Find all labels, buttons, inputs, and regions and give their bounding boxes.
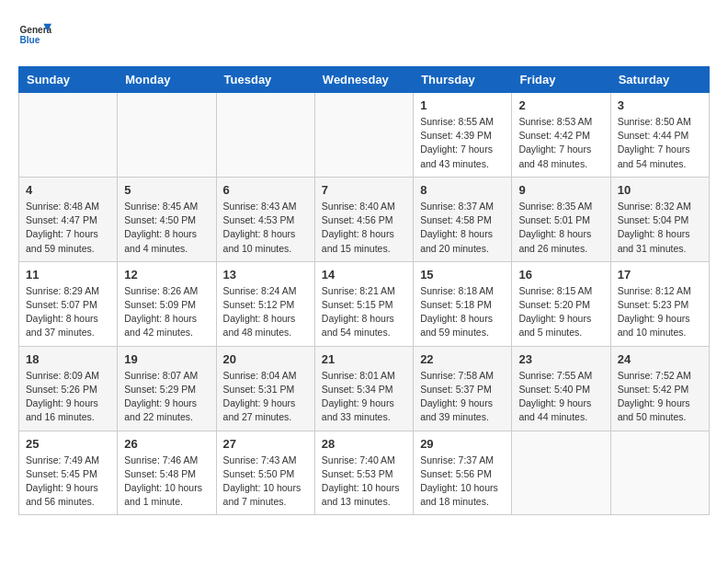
col-header-wednesday: Wednesday: [314, 67, 413, 93]
calendar-cell: 29Sunrise: 7:37 AM Sunset: 5:56 PM Dayli…: [414, 431, 512, 515]
calendar-cell: 17Sunrise: 8:12 AM Sunset: 5:23 PM Dayli…: [610, 261, 709, 346]
calendar-table: SundayMondayTuesdayWednesdayThursdayFrid…: [18, 66, 710, 515]
day-number: 4: [26, 183, 110, 197]
calendar-cell: [512, 431, 610, 515]
day-number: 13: [223, 268, 308, 282]
day-info: Sunrise: 8:35 AM Sunset: 5:01 PM Dayligh…: [518, 200, 603, 256]
day-number: 8: [420, 183, 505, 197]
col-header-sunday: Sunday: [19, 67, 118, 93]
day-number: 28: [322, 437, 406, 451]
day-info: Sunrise: 8:55 AM Sunset: 4:39 PM Dayligh…: [420, 115, 505, 171]
day-info: Sunrise: 8:48 AM Sunset: 4:47 PM Dayligh…: [26, 200, 110, 256]
day-number: 18: [26, 352, 110, 366]
calendar-cell: 20Sunrise: 8:04 AM Sunset: 5:31 PM Dayli…: [216, 346, 314, 431]
calendar-cell: [19, 93, 118, 178]
calendar-cell: [610, 431, 709, 515]
calendar-cell: [216, 93, 314, 178]
day-info: Sunrise: 8:15 AM Sunset: 5:20 PM Dayligh…: [518, 284, 603, 340]
day-info: Sunrise: 8:45 AM Sunset: 4:50 PM Dayligh…: [124, 200, 209, 256]
col-header-friday: Friday: [512, 67, 610, 93]
day-info: Sunrise: 8:18 AM Sunset: 5:18 PM Dayligh…: [420, 284, 505, 340]
calendar-cell: 21Sunrise: 8:01 AM Sunset: 5:34 PM Dayli…: [314, 346, 413, 431]
day-info: Sunrise: 8:12 AM Sunset: 5:23 PM Dayligh…: [618, 284, 702, 340]
calendar-cell: 26Sunrise: 7:46 AM Sunset: 5:48 PM Dayli…: [118, 431, 216, 515]
calendar-cell: 12Sunrise: 8:26 AM Sunset: 5:09 PM Dayli…: [118, 261, 216, 346]
day-info: Sunrise: 8:09 AM Sunset: 5:26 PM Dayligh…: [26, 369, 110, 425]
col-header-thursday: Thursday: [414, 67, 512, 93]
day-info: Sunrise: 8:24 AM Sunset: 5:12 PM Dayligh…: [223, 284, 308, 340]
day-number: 2: [518, 98, 603, 112]
week-row-3: 11Sunrise: 8:29 AM Sunset: 5:07 PM Dayli…: [19, 261, 710, 346]
calendar-cell: 14Sunrise: 8:21 AM Sunset: 5:15 PM Dayli…: [314, 261, 413, 346]
calendar-cell: 15Sunrise: 8:18 AM Sunset: 5:18 PM Dayli…: [414, 261, 512, 346]
calendar-cell: 27Sunrise: 7:43 AM Sunset: 5:50 PM Dayli…: [216, 431, 314, 515]
day-number: 24: [618, 352, 702, 366]
day-number: 3: [618, 98, 702, 112]
calendar-cell: 22Sunrise: 7:58 AM Sunset: 5:37 PM Dayli…: [414, 346, 512, 431]
day-info: Sunrise: 7:40 AM Sunset: 5:53 PM Dayligh…: [322, 454, 406, 510]
col-header-monday: Monday: [118, 67, 216, 93]
calendar-cell: 24Sunrise: 7:52 AM Sunset: 5:42 PM Dayli…: [610, 346, 709, 431]
day-info: Sunrise: 8:43 AM Sunset: 4:53 PM Dayligh…: [223, 200, 308, 256]
day-info: Sunrise: 7:37 AM Sunset: 5:56 PM Dayligh…: [420, 454, 505, 510]
day-info: Sunrise: 8:40 AM Sunset: 4:56 PM Dayligh…: [322, 200, 406, 256]
day-number: 15: [420, 268, 505, 282]
day-number: 29: [420, 437, 505, 451]
calendar-cell: 9Sunrise: 8:35 AM Sunset: 5:01 PM Daylig…: [512, 177, 610, 261]
calendar-cell: 28Sunrise: 7:40 AM Sunset: 5:53 PM Dayli…: [314, 431, 413, 515]
day-info: Sunrise: 8:07 AM Sunset: 5:29 PM Dayligh…: [124, 369, 209, 425]
day-info: Sunrise: 8:21 AM Sunset: 5:15 PM Dayligh…: [322, 284, 406, 340]
day-number: 27: [223, 437, 308, 451]
logo: General Blue: [18, 18, 51, 52]
day-info: Sunrise: 7:52 AM Sunset: 5:42 PM Dayligh…: [618, 369, 702, 425]
day-number: 19: [124, 352, 209, 366]
week-row-2: 4Sunrise: 8:48 AM Sunset: 4:47 PM Daylig…: [19, 177, 710, 261]
day-info: Sunrise: 8:32 AM Sunset: 5:04 PM Dayligh…: [618, 200, 702, 256]
page-header: General Blue: [18, 18, 710, 52]
day-number: 23: [518, 352, 603, 366]
day-number: 16: [518, 268, 603, 282]
day-number: 7: [322, 183, 406, 197]
calendar-cell: 3Sunrise: 8:50 AM Sunset: 4:44 PM Daylig…: [610, 93, 709, 178]
calendar-header-row: SundayMondayTuesdayWednesdayThursdayFrid…: [19, 67, 710, 93]
day-number: 12: [124, 268, 209, 282]
calendar-cell: [118, 93, 216, 178]
week-row-5: 25Sunrise: 7:49 AM Sunset: 5:45 PM Dayli…: [19, 431, 710, 515]
week-row-1: 1Sunrise: 8:55 AM Sunset: 4:39 PM Daylig…: [19, 93, 710, 178]
calendar-cell: 16Sunrise: 8:15 AM Sunset: 5:20 PM Dayli…: [512, 261, 610, 346]
week-row-4: 18Sunrise: 8:09 AM Sunset: 5:26 PM Dayli…: [19, 346, 710, 431]
day-info: Sunrise: 7:46 AM Sunset: 5:48 PM Dayligh…: [124, 454, 209, 510]
day-number: 9: [518, 183, 603, 197]
calendar-cell: 4Sunrise: 8:48 AM Sunset: 4:47 PM Daylig…: [19, 177, 118, 261]
day-info: Sunrise: 7:49 AM Sunset: 5:45 PM Dayligh…: [26, 454, 110, 510]
calendar-cell: 11Sunrise: 8:29 AM Sunset: 5:07 PM Dayli…: [19, 261, 118, 346]
day-number: 11: [26, 268, 110, 282]
day-info: Sunrise: 8:26 AM Sunset: 5:09 PM Dayligh…: [124, 284, 209, 340]
day-number: 17: [618, 268, 702, 282]
day-info: Sunrise: 8:29 AM Sunset: 5:07 PM Dayligh…: [26, 284, 110, 340]
calendar-cell: 25Sunrise: 7:49 AM Sunset: 5:45 PM Dayli…: [19, 431, 118, 515]
calendar-cell: 6Sunrise: 8:43 AM Sunset: 4:53 PM Daylig…: [216, 177, 314, 261]
calendar-cell: 2Sunrise: 8:53 AM Sunset: 4:42 PM Daylig…: [512, 93, 610, 178]
day-info: Sunrise: 7:55 AM Sunset: 5:40 PM Dayligh…: [518, 369, 603, 425]
calendar-cell: 8Sunrise: 8:37 AM Sunset: 4:58 PM Daylig…: [414, 177, 512, 261]
day-number: 20: [223, 352, 308, 366]
day-info: Sunrise: 8:50 AM Sunset: 4:44 PM Dayligh…: [618, 115, 702, 171]
day-info: Sunrise: 8:01 AM Sunset: 5:34 PM Dayligh…: [322, 369, 406, 425]
day-number: 14: [322, 268, 406, 282]
day-info: Sunrise: 7:43 AM Sunset: 5:50 PM Dayligh…: [223, 454, 308, 510]
calendar-cell: 1Sunrise: 8:55 AM Sunset: 4:39 PM Daylig…: [414, 93, 512, 178]
calendar-cell: 10Sunrise: 8:32 AM Sunset: 5:04 PM Dayli…: [610, 177, 709, 261]
col-header-tuesday: Tuesday: [216, 67, 314, 93]
calendar-cell: 19Sunrise: 8:07 AM Sunset: 5:29 PM Dayli…: [118, 346, 216, 431]
day-number: 25: [26, 437, 110, 451]
day-info: Sunrise: 8:53 AM Sunset: 4:42 PM Dayligh…: [518, 115, 603, 171]
calendar-cell: 5Sunrise: 8:45 AM Sunset: 4:50 PM Daylig…: [118, 177, 216, 261]
day-number: 6: [223, 183, 308, 197]
day-number: 26: [124, 437, 209, 451]
day-info: Sunrise: 8:04 AM Sunset: 5:31 PM Dayligh…: [223, 369, 308, 425]
day-info: Sunrise: 8:37 AM Sunset: 4:58 PM Dayligh…: [420, 200, 505, 256]
day-number: 21: [322, 352, 406, 366]
day-info: Sunrise: 7:58 AM Sunset: 5:37 PM Dayligh…: [420, 369, 505, 425]
col-header-saturday: Saturday: [610, 67, 709, 93]
